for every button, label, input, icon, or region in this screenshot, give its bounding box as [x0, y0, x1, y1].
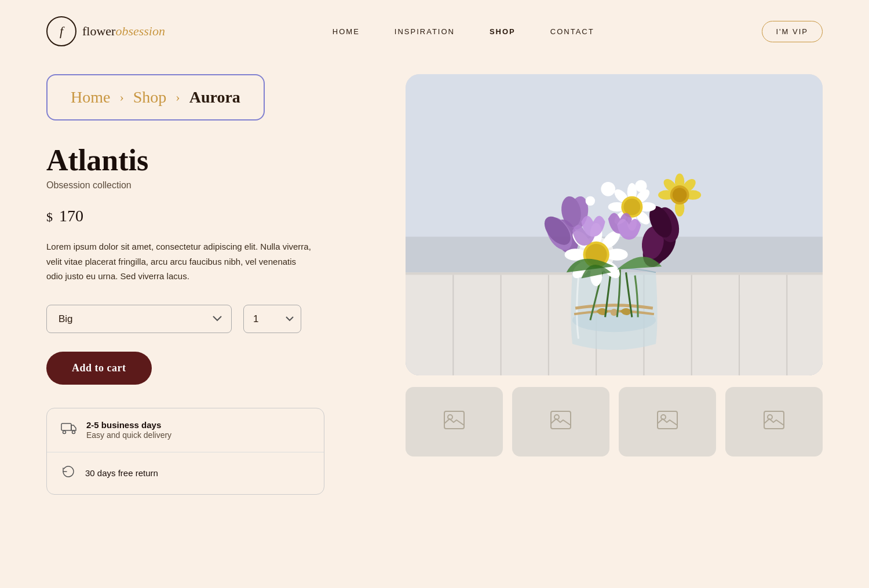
thumbnail-placeholder-icon-3: [657, 411, 678, 433]
product-collection: Obsession collection: [46, 180, 371, 191]
return-text: 30 days free return: [85, 468, 158, 478]
return-icon: [61, 464, 76, 483]
product-price: $ 170: [46, 207, 371, 225]
svg-rect-65: [764, 411, 784, 429]
return-row: 30 days free return: [47, 452, 324, 494]
svg-point-31: [607, 249, 628, 261]
main-content: Home › Shop › Aurora Atlantis Obsession …: [0, 74, 869, 495]
thumbnail-1[interactable]: [406, 387, 503, 456]
thumbnails-row: [406, 387, 823, 456]
breadcrumb-sep1: ›: [119, 90, 123, 105]
svg-point-1: [63, 431, 66, 434]
add-to-cart-button[interactable]: Add to cart: [46, 352, 152, 385]
breadcrumb-home[interactable]: Home: [71, 88, 110, 107]
thumbnail-2[interactable]: [512, 387, 609, 456]
right-column: [406, 74, 823, 495]
breadcrumb-shop[interactable]: Shop: [133, 88, 167, 107]
delivery-text: 2-5 business days Easy and quick deliver…: [86, 420, 171, 440]
svg-point-56: [601, 182, 615, 196]
svg-rect-63: [658, 411, 677, 429]
thumbnail-placeholder-icon-2: [550, 411, 571, 433]
product-title: Atlantis: [46, 144, 371, 177]
thumbnail-placeholder-icon-4: [764, 411, 784, 433]
nav-home[interactable]: HOME: [333, 27, 360, 36]
svg-rect-0: [61, 423, 71, 430]
breadcrumb-current: Aurora: [189, 88, 240, 107]
product-image: [406, 74, 823, 375]
svg-point-2: [72, 431, 75, 434]
thumbnail-placeholder-icon-1: [444, 411, 465, 433]
breadcrumb-sep2: ›: [176, 90, 180, 105]
svg-rect-61: [551, 411, 571, 429]
nav-inspiration[interactable]: INSPIRATION: [395, 27, 455, 36]
truck-icon: [61, 422, 77, 438]
controls-row: Big Medium Small 1 2 3 4 5: [46, 305, 371, 333]
quantity-select[interactable]: 1 2 3 4 5: [243, 305, 301, 333]
nav-shop[interactable]: SHOP: [490, 27, 516, 36]
breadcrumb: Home › Shop › Aurora: [46, 74, 265, 120]
svg-point-30: [565, 249, 586, 261]
logo-icon: f: [46, 16, 76, 46]
svg-rect-59: [444, 411, 464, 429]
svg-point-57: [635, 180, 647, 192]
logo-text: flowerobsession: [82, 24, 165, 39]
vip-button[interactable]: I'M VIP: [762, 21, 823, 42]
svg-point-47: [623, 199, 640, 216]
svg-point-55: [673, 188, 687, 202]
logo[interactable]: f flowerobsession: [46, 16, 165, 46]
size-select[interactable]: Big Medium Small: [46, 305, 232, 333]
main-nav: HOME INSPIRATION SHOP CONTACT: [333, 27, 594, 36]
svg-point-58: [586, 196, 595, 206]
thumbnail-3[interactable]: [619, 387, 716, 456]
product-description: Lorem ipsum dolor sit amet, consectetur …: [46, 239, 313, 284]
left-column: Home › Shop › Aurora Atlantis Obsession …: [46, 74, 371, 495]
thumbnail-4[interactable]: [725, 387, 823, 456]
delivery-row-shipping: 2-5 business days Easy and quick deliver…: [47, 408, 324, 452]
nav-contact[interactable]: CONTACT: [550, 27, 594, 36]
delivery-info: 2-5 business days Easy and quick deliver…: [46, 408, 324, 495]
